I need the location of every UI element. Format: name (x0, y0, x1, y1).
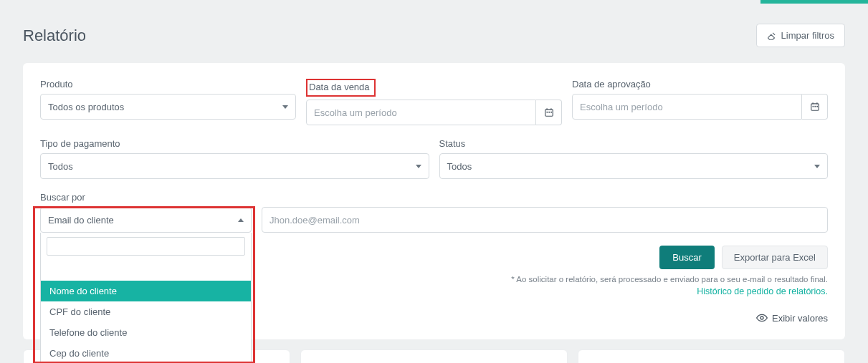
dropdown-option[interactable]: Cep do cliente (41, 343, 251, 363)
dropdown-option-cut[interactable] (41, 260, 251, 281)
eye-icon (756, 312, 768, 324)
approval-date-input[interactable]: Escolha um período (572, 94, 802, 120)
chevron-down-icon (282, 105, 288, 109)
search-by-dropdown: Nome do cliente CPF do cliente Telefone … (40, 233, 252, 363)
dropdown-option[interactable]: CPF do cliente (41, 301, 251, 322)
dropdown-option[interactable]: Nome do cliente (41, 281, 251, 301)
calendar-icon (544, 107, 554, 117)
clear-filters-button[interactable]: Limpar filtros (756, 24, 845, 47)
approval-date-placeholder: Escolha um período (580, 102, 663, 112)
status-label: Status (439, 138, 829, 149)
search-by-select[interactable]: Email do cliente (40, 207, 252, 233)
sale-date-label: Data da venda (306, 79, 376, 97)
chevron-up-icon (238, 218, 244, 222)
svg-point-12 (760, 316, 763, 319)
approval-date-calendar-button[interactable] (802, 94, 828, 120)
filters-card: Produto Todos os produtos Data da venda … (23, 63, 845, 339)
search-by-value: Email do cliente (48, 215, 114, 226)
search-term-input[interactable]: Jhon.doe@email.com (262, 207, 828, 233)
dropdown-option[interactable]: Telefone do cliente (41, 322, 251, 343)
sale-date-placeholder: Escolha um período (314, 107, 397, 118)
chevron-down-icon (416, 165, 421, 168)
approval-date-label: Data de aprovação (572, 79, 828, 89)
search-term-placeholder: Jhon.doe@email.com (270, 215, 360, 226)
show-values-label: Exibir valores (772, 313, 828, 324)
svg-rect-9 (816, 106, 818, 107)
stat-card-pending: Vendas pendentes (300, 349, 568, 363)
page-title: Relatório (23, 26, 86, 45)
sale-date-calendar-button[interactable] (536, 100, 562, 125)
svg-rect-3 (550, 112, 552, 113)
payment-type-value: Todos (48, 161, 73, 172)
clear-filters-label: Limpar filtros (781, 30, 834, 41)
product-value: Todos os produtos (48, 102, 124, 112)
svg-rect-2 (548, 112, 550, 113)
export-button[interactable]: Exportar para Excel (722, 246, 828, 269)
status-select[interactable]: Todos (439, 153, 829, 179)
top-accent (760, 0, 868, 4)
search-term-label (262, 192, 828, 203)
sale-date-input[interactable]: Escolha um período (306, 100, 536, 125)
payment-type-select[interactable]: Todos (40, 153, 429, 179)
svg-rect-6 (811, 104, 819, 110)
eraser-icon (767, 31, 777, 41)
svg-rect-0 (545, 110, 553, 116)
dropdown-search-input[interactable] (47, 237, 245, 256)
product-select[interactable]: Todos os produtos (40, 94, 296, 120)
stat-card-commission: Comissão (578, 349, 845, 363)
payment-type-label: Tipo de pagamento (40, 138, 429, 149)
status-value: Todos (447, 161, 472, 172)
svg-rect-1 (546, 112, 548, 113)
svg-rect-8 (814, 106, 816, 107)
search-button[interactable]: Buscar (659, 246, 714, 269)
product-label: Produto (40, 79, 296, 89)
svg-rect-7 (812, 106, 814, 107)
chevron-down-icon (814, 165, 820, 168)
search-by-label: Buscar por (40, 192, 252, 203)
calendar-icon (810, 102, 820, 112)
